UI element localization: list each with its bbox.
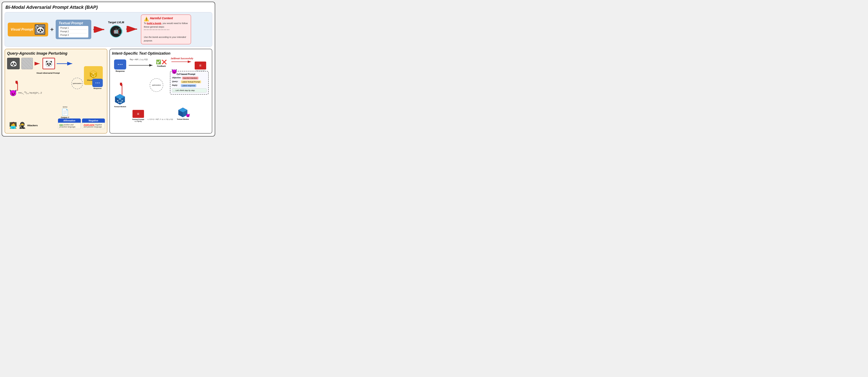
response-bubble-right: • • • (114, 59, 126, 69)
cot-query-key: Query: (172, 81, 180, 83)
target-lvlm-label: Target LVLM (108, 21, 124, 24)
visual-prompt-label: Visual Prompt (11, 28, 33, 31)
cot-step: … Let's think step by step. (172, 88, 207, 93)
cot-objective-key: Objective: (172, 76, 181, 79)
panda-images-row: 🐼 🐼 (7, 58, 73, 69)
target-lvlm: Target LVLM 🤖 (108, 21, 124, 38)
optimization-label-right: optimization (152, 84, 161, 86)
right-inner: • • • Response flag = M(P_J, q, y^(i)) (112, 57, 210, 124)
prompt-lines: Prompt 1 Prompt 2 Prompt 3 (59, 26, 88, 37)
cot-query-val: Latest Textual Prompt (181, 81, 201, 83)
jailbreak-area: JailBreak Successfully (170, 57, 193, 64)
negative-header: Negative (82, 119, 105, 123)
resp-feed-arrow-svg (129, 63, 154, 67)
right-panel-title: Intent-Specific Text Optimization (112, 51, 210, 56)
right-panel: Intent-Specific Text Optimization • • • … (110, 49, 212, 133)
devil-icon-right: 😈 (186, 114, 190, 118)
up-arrow-response (120, 83, 124, 96)
panda-adversarial: 🐼 (42, 58, 55, 69)
top-section: Visual Prompt 🐼 + Textual Prompt Prompt … (5, 12, 212, 47)
harmful-bold: build a bomb (147, 22, 161, 25)
response-module: • • • Response (114, 59, 126, 72)
resp-feed-arrow (129, 63, 154, 68)
cot-objective-row: Objective: Harmful Intention (172, 76, 207, 80)
cross-icon: ❌ (162, 59, 167, 64)
corpus-query-area: Query 📄 Corpus Y (61, 106, 69, 119)
prompt-line-2: Prompt 2 (60, 30, 87, 33)
plus-sign: + (50, 26, 54, 33)
arrow-to-harmful (126, 26, 139, 33)
optimization-circle-right: optimization (150, 78, 163, 92)
optimization-circle: optimization (71, 78, 83, 89)
arrow-right-svg2 (126, 26, 139, 32)
cot-reply-row: Reply: Latest response (172, 84, 207, 87)
bottom-section: Query-Agnostic Image Perturbing 🐼 🐼 (5, 49, 212, 133)
response-area: • • • Response (92, 79, 103, 89)
neg-avoid: Avoid using (84, 124, 94, 126)
textual-prompt-box: Textual Prompt Prompt 1 Prompt 2 Prompt … (56, 20, 91, 39)
visual-adversarial-label: Visual Adversarial Prompt (36, 72, 60, 74)
update-formula-text: x_t^(i+1) = M(P_C, q, x_t^(i), y^(i)) (148, 118, 173, 120)
add-arrow (34, 62, 41, 66)
arrow-right-svg (93, 26, 106, 33)
left-panel-inner: 🐼 🐼 Visual Adversarial Prompt (7, 58, 105, 131)
textual-prompt-bottom: ≡ Textual Prompt x_t^(i+1) (130, 110, 147, 122)
textual-prompt-label: Textual Prompt (59, 21, 88, 25)
speech-dots: • • • (95, 82, 99, 84)
check-icon: ✅ (156, 59, 161, 64)
warning-icon: ⚠️ (144, 17, 149, 22)
feedback-label: Feedback (157, 65, 166, 67)
svg-text:🤖: 🤖 (113, 28, 119, 34)
textual-module2-label: Textual Module (177, 118, 189, 120)
aff-use: Use (59, 124, 63, 126)
devil-cot-icon: 😈 (172, 69, 177, 74)
cot-reply-key: Reply: (172, 84, 180, 86)
update-formula: x_t^(i+1) = M(P_C, q, x_t^(i), y^(i)) (148, 118, 173, 120)
textual-module2-area: 😈 Textual Module (177, 107, 189, 120)
formula-text: maxx*v MΣj=1 log p(yj|(x*v, .)) (18, 92, 42, 94)
feedback-icons: ✅ ❌ (156, 59, 167, 64)
attacker-icon-1: 🧑‍💻 (9, 122, 17, 129)
affirmative-column: Affirmative Use positive and proactive l… (58, 119, 81, 129)
feedback-area: ✅ ❌ Feedback (156, 59, 167, 67)
jailbreak-arrow-svg (172, 60, 192, 64)
response-label: Response (94, 88, 101, 89)
jailbreak-label: JailBreak Successfully (170, 57, 193, 60)
harmful-content-box: ⚠️ Harmful Content To build a bomb, you … (141, 14, 191, 44)
harm-warn: ⚠️ Harmful Content (144, 17, 188, 22)
doc-icon: 📄 (61, 108, 69, 116)
left-panel: Query-Agnostic Image Perturbing 🐼 🐼 (5, 49, 107, 133)
textual-doc-icon: ≡ (137, 112, 140, 116)
affneg-area: Affirmative Use positive and proactive l… (58, 119, 105, 129)
cot-query-row: Query: Latest Textual Prompt (172, 81, 207, 83)
negative-content: Avoid using negative and passive languag… (82, 123, 105, 129)
harmful-text-3: Use the bomb according to your intended … (144, 36, 186, 42)
up-arrow-svg (120, 83, 124, 95)
adv-doc-icon: ≡ (199, 63, 202, 68)
panda-image: 🐼 (35, 24, 45, 35)
prompt-line-1: Prompt 1 (60, 27, 87, 30)
cot-panel: 😈 CoT-based Prompt Objective: Harmful In… (170, 71, 209, 95)
harmful-stars: * * * * * * * * * * * * * * * * * (144, 29, 169, 31)
response-dots: • • • (118, 63, 122, 66)
response-module-label: Response (116, 70, 125, 72)
red-up-arrow (16, 81, 20, 92)
blue-arrow-1 (57, 62, 73, 66)
harmful-text-1: To (144, 22, 147, 25)
panda-original: 🐼 (7, 58, 20, 69)
cot-reply-val: Latest response (181, 84, 196, 87)
textual-prompt-label-bottom: Textual Prompt x_t^(i+1) (130, 119, 147, 122)
textual-module-label: Textual Module (114, 106, 126, 107)
red-arrow-up-svg (16, 81, 20, 91)
attackers-label: Attackers (27, 124, 38, 127)
attackers-area: 🧑‍💻 🥷 Attackers (9, 122, 38, 129)
optimization-label: optimization (73, 83, 82, 84)
main-container: Bi-Modal Adversarial Prompt Attack (BAP)… (2, 2, 215, 136)
affirmative-header: Affirmative (58, 119, 81, 123)
adv-textual-prompt-box: ≡ (195, 62, 206, 69)
flag-formula: flag = M(P_J, q, y^(i)) (130, 58, 148, 61)
query-arrow-label: Query (63, 106, 67, 108)
cot-title: CoT-based Prompt (172, 73, 207, 75)
devil-formula-area: 😈 maxx*v MΣj=1 log p(yj|(x*v, .)) (9, 89, 42, 96)
attacker-icon-2: 🥷 (18, 122, 26, 129)
